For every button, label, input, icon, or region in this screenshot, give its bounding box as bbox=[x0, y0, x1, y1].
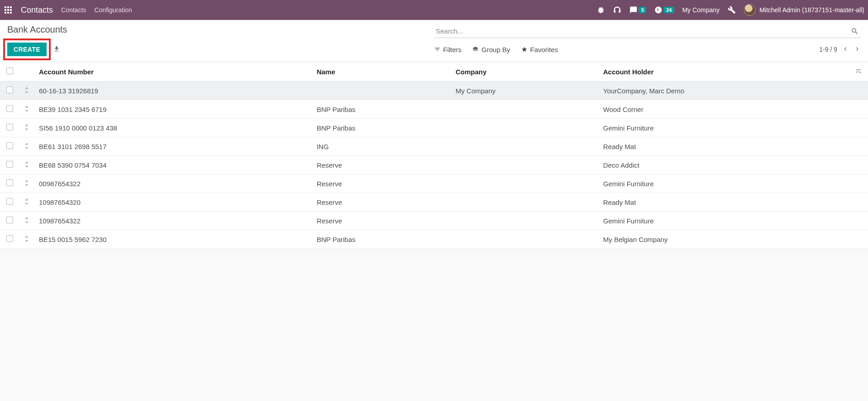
drag-handle-icon[interactable] bbox=[24, 143, 29, 150]
sliders-icon bbox=[854, 68, 863, 74]
drag-handle-icon[interactable] bbox=[24, 87, 29, 95]
chevron-left-icon bbox=[842, 45, 849, 53]
cell-company bbox=[451, 230, 599, 249]
cell-name: BNP Paribas bbox=[312, 119, 451, 137]
row-checkbox[interactable] bbox=[6, 142, 13, 149]
avatar bbox=[744, 4, 756, 16]
nav-link-configuration[interactable]: Configuration bbox=[94, 6, 132, 14]
table-row[interactable]: BE15 0015 5962 7230BNP ParibasMy Belgian… bbox=[0, 230, 868, 249]
optional-columns-button[interactable] bbox=[854, 68, 863, 76]
column-header-company[interactable]: Company bbox=[451, 62, 599, 82]
drag-handle-icon[interactable] bbox=[24, 217, 29, 225]
cell-account: 60-16-13 31926819 bbox=[34, 82, 312, 100]
messages-badge: 5 bbox=[639, 7, 646, 13]
cell-company bbox=[451, 156, 599, 174]
column-header-account[interactable]: Account Number bbox=[34, 62, 312, 82]
nav-link-contacts[interactable]: Contacts bbox=[61, 6, 86, 14]
support-icon[interactable] bbox=[613, 6, 621, 14]
favorites-label: Favorites bbox=[530, 46, 558, 53]
table-row[interactable]: BE61 3101 2698 5517INGReady Mat bbox=[0, 137, 868, 156]
activities-button[interactable]: 24 bbox=[654, 6, 674, 14]
column-header-name[interactable]: Name bbox=[312, 62, 451, 82]
chevron-right-icon bbox=[854, 45, 861, 53]
search-bar[interactable] bbox=[434, 24, 861, 38]
user-name: Mitchell Admin (18737151-master-all) bbox=[759, 6, 864, 14]
debug-icon[interactable] bbox=[597, 6, 605, 14]
drag-handle-icon[interactable] bbox=[24, 124, 29, 132]
table-row[interactable]: SI56 1910 0000 0123 438BNP ParibasGemini… bbox=[0, 119, 868, 137]
cell-holder: Gemini Furniture bbox=[599, 119, 849, 137]
column-header-holder[interactable]: Account Holder bbox=[599, 62, 849, 82]
row-checkbox[interactable] bbox=[6, 217, 13, 223]
cell-holder: Deco Addict bbox=[599, 156, 849, 174]
row-checkbox[interactable] bbox=[6, 179, 13, 186]
create-button[interactable]: CREATE bbox=[7, 43, 47, 56]
messages-button[interactable]: 5 bbox=[629, 6, 646, 14]
cell-company bbox=[451, 119, 599, 137]
cell-holder: Wood Corner bbox=[599, 100, 849, 119]
table-row[interactable]: BE68 5390 0754 7034ReserveDeco Addict bbox=[0, 156, 868, 174]
drag-handle-icon[interactable] bbox=[24, 161, 29, 169]
chat-icon bbox=[629, 6, 638, 14]
company-switcher[interactable]: My Company bbox=[682, 6, 719, 14]
clock-icon bbox=[654, 6, 662, 14]
pager-next[interactable] bbox=[854, 45, 861, 54]
drag-handle-icon[interactable] bbox=[24, 180, 29, 188]
cell-account: BE61 3101 2698 5517 bbox=[34, 137, 312, 156]
cell-company bbox=[451, 212, 599, 230]
cell-company bbox=[451, 137, 599, 156]
cell-account: 10987654322 bbox=[34, 212, 312, 230]
user-menu[interactable]: Mitchell Admin (18737151-master-all) bbox=[744, 4, 864, 16]
row-checkbox[interactable] bbox=[6, 161, 13, 168]
drag-handle-icon[interactable] bbox=[24, 198, 29, 206]
cell-account: SI56 1910 0000 0123 438 bbox=[34, 119, 312, 137]
row-checkbox[interactable] bbox=[6, 105, 13, 112]
layers-icon bbox=[472, 46, 479, 53]
cell-holder: YourCompany, Marc Demo bbox=[599, 82, 849, 100]
cell-name: Reserve bbox=[312, 156, 451, 174]
search-input[interactable] bbox=[434, 24, 861, 38]
cell-holder: Gemini Furniture bbox=[599, 174, 849, 193]
groupby-label: Group By bbox=[481, 46, 510, 53]
cell-account: BE68 5390 0754 7034 bbox=[34, 156, 312, 174]
cell-company bbox=[451, 174, 599, 193]
table-row[interactable]: 10987654322ReserveGemini Furniture bbox=[0, 212, 868, 230]
drag-handle-icon[interactable] bbox=[24, 236, 29, 243]
search-icon[interactable] bbox=[851, 27, 859, 35]
cell-name bbox=[312, 82, 451, 100]
row-checkbox[interactable] bbox=[6, 87, 13, 93]
groupby-button[interactable]: Group By bbox=[472, 46, 510, 53]
app-brand[interactable]: Contacts bbox=[21, 5, 53, 15]
cell-name: BNP Paribas bbox=[312, 100, 451, 119]
apps-menu-button[interactable] bbox=[4, 5, 13, 14]
table-row[interactable]: 00987654322ReserveGemini Furniture bbox=[0, 174, 868, 193]
pager-text[interactable]: 1-9 / 9 bbox=[819, 46, 837, 53]
cell-company: My Company bbox=[451, 82, 599, 100]
favorites-button[interactable]: Favorites bbox=[521, 46, 558, 53]
table-row[interactable]: 10987654320ReserveReady Mat bbox=[0, 193, 868, 212]
page-title: Bank Accounts bbox=[7, 24, 67, 35]
table-row[interactable]: BE39 1031 2345 6719BNP ParibasWood Corne… bbox=[0, 100, 868, 119]
select-all-checkbox[interactable] bbox=[6, 68, 13, 74]
filters-button[interactable]: Filters bbox=[434, 46, 462, 53]
bank-accounts-table: Account Number Name Company Account Hold… bbox=[0, 62, 868, 249]
cell-holder: Ready Mat bbox=[599, 193, 849, 212]
apps-icon bbox=[5, 6, 12, 14]
cell-account: BE15 0015 5962 7230 bbox=[34, 230, 312, 249]
row-checkbox[interactable] bbox=[6, 198, 13, 205]
row-checkbox[interactable] bbox=[6, 235, 13, 242]
activities-badge: 24 bbox=[664, 7, 674, 13]
funnel-icon bbox=[434, 46, 441, 53]
pager-prev[interactable] bbox=[842, 45, 849, 54]
settings-icon[interactable] bbox=[728, 6, 736, 14]
table-row[interactable]: 60-16-13 31926819My CompanyYourCompany, … bbox=[0, 82, 868, 100]
pager: 1-9 / 9 bbox=[819, 45, 861, 54]
export-button[interactable] bbox=[53, 45, 60, 54]
cell-name: Reserve bbox=[312, 174, 451, 193]
row-checkbox[interactable] bbox=[6, 124, 13, 130]
drag-handle-icon[interactable] bbox=[24, 106, 29, 113]
control-panel: Bank Accounts CREATE Filters Group By bbox=[0, 20, 868, 62]
cell-holder: Ready Mat bbox=[599, 137, 849, 156]
cell-account: 00987654322 bbox=[34, 174, 312, 193]
cell-name: BNP Paribas bbox=[312, 230, 451, 249]
